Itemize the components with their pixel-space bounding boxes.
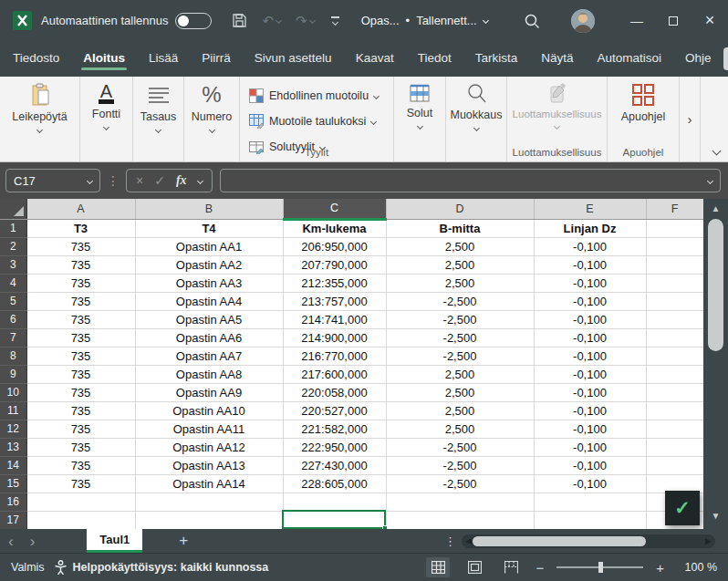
cell-B16[interactable] [135, 493, 283, 511]
normal-view-button[interactable] [426, 557, 450, 577]
cell-A13[interactable]: 735 [26, 438, 135, 456]
row-header-3[interactable]: 3 [0, 255, 26, 274]
cell-D1[interactable]: B-mitta [386, 219, 534, 237]
cell-B11[interactable]: Opastin AA10 [135, 401, 283, 420]
cell-C16[interactable] [283, 493, 386, 511]
cell-C7[interactable]: 214:900,000 [283, 328, 386, 347]
sheet-tab-taul1[interactable]: Taul1 [87, 529, 142, 553]
row-header-1[interactable]: 1 [0, 219, 26, 237]
user-avatar[interactable] [571, 9, 595, 33]
cell-F4[interactable] [646, 274, 703, 292]
row-header-13[interactable]: 13 [0, 438, 26, 456]
cell-C6[interactable]: 214:741,000 [283, 310, 386, 328]
fx-chevron-icon[interactable] [197, 177, 203, 183]
cell-A4[interactable]: 735 [26, 274, 135, 292]
cell-D5[interactable]: -2,500 [386, 292, 534, 310]
next-sheet-icon[interactable]: › [30, 534, 36, 549]
accessibility-status[interactable]: Helppokäyttöisyys: kaikki kunnossa [54, 560, 269, 575]
cell-A1[interactable]: T3 [26, 219, 135, 237]
tab-lisaa[interactable]: Lisää [149, 43, 178, 75]
cell-D13[interactable]: -2,500 [386, 438, 534, 456]
cell-E1[interactable]: Linjan Dz [534, 219, 646, 237]
cell-B5[interactable]: Opastin AA4 [135, 292, 283, 310]
cell-B15[interactable]: Opastin AA14 [135, 474, 283, 493]
cell-D14[interactable]: -2,500 [386, 456, 534, 474]
cell-D4[interactable]: 2,500 [386, 274, 534, 292]
add-sheet-button[interactable]: + [179, 532, 188, 550]
scroll-left-icon[interactable]: ◀ [465, 535, 472, 547]
cell-B14[interactable]: Opastin AA13 [135, 456, 283, 474]
cell-E15[interactable]: -0,100 [534, 474, 646, 493]
scroll-down-icon[interactable]: ▼ [703, 511, 728, 521]
cell-B6[interactable]: Opastin AA5 [135, 310, 283, 328]
tab-automatisoi[interactable]: Automatisoi [598, 43, 662, 75]
cell-C14[interactable]: 227:430,000 [283, 456, 386, 474]
column-header-C[interactable]: C [283, 199, 386, 219]
zoom-slider-handle[interactable] [598, 562, 603, 573]
cell-B13[interactable]: Opastin AA12 [135, 438, 283, 456]
cell-B3[interactable]: Opastin AA2 [135, 255, 283, 274]
cell-A7[interactable]: 735 [26, 328, 135, 347]
cell-C3[interactable]: 207:790,000 [283, 255, 386, 274]
cell-C9[interactable]: 217:600,000 [283, 365, 386, 383]
cell-C10[interactable]: 220:058,000 [283, 383, 386, 401]
enter-button[interactable]: ✓ [154, 173, 165, 188]
cell-A15[interactable]: 735 [26, 474, 135, 493]
tab-tiedosto[interactable]: Tiedosto [13, 43, 59, 75]
cell-A11[interactable]: 735 [26, 401, 135, 420]
cell-B2[interactable]: Opastin AA1 [135, 237, 283, 255]
cancel-button[interactable]: × [136, 173, 143, 188]
ribbon-collapse-chevron[interactable] [712, 147, 722, 156]
row-header-4[interactable]: 4 [0, 274, 26, 292]
formula-bar-drag-handle[interactable]: ⋮ [107, 173, 120, 188]
cell-B12[interactable]: Opastin AA11 [135, 420, 283, 438]
cell-E12[interactable]: -0,100 [534, 420, 646, 438]
cell-F12[interactable] [646, 420, 703, 438]
selected-cell-outline[interactable] [282, 510, 386, 529]
cell-B1[interactable]: T4 [135, 219, 283, 237]
cell-F3[interactable] [646, 255, 703, 274]
cell-C11[interactable]: 220:527,000 [283, 401, 386, 420]
cell-E6[interactable]: -0,100 [534, 310, 646, 328]
cell-A12[interactable]: 735 [26, 420, 135, 438]
cell-C2[interactable]: 206:950,000 [283, 237, 386, 255]
row-header-2[interactable]: 2 [0, 237, 26, 255]
cell-D12[interactable]: 2,500 [386, 420, 534, 438]
insert-function-button[interactable]: fx [176, 173, 187, 188]
cell-A10[interactable]: 735 [26, 383, 135, 401]
cell-A17[interactable] [26, 511, 135, 529]
cell-D17[interactable] [386, 511, 534, 529]
cell-F11[interactable] [646, 401, 703, 420]
cell-F1[interactable] [646, 219, 703, 237]
cell-D3[interactable]: 2,500 [386, 255, 534, 274]
excel-app-icon[interactable] [13, 11, 32, 30]
cell-E5[interactable]: -0,100 [534, 292, 646, 310]
number-group-button[interactable]: % Numero [184, 77, 240, 161]
cell-C5[interactable]: 213:757,000 [283, 292, 386, 310]
row-header-7[interactable]: 7 [0, 328, 26, 347]
tab-tiedot[interactable]: Tiedot [418, 43, 452, 75]
cell-E10[interactable]: -0,100 [534, 383, 646, 401]
sensitivity-button[interactable]: Luottamuksellisuus [513, 109, 602, 119]
cell-D7[interactable]: -2,500 [386, 328, 534, 347]
save-icon[interactable] [232, 13, 247, 28]
search-icon[interactable] [524, 13, 540, 29]
scroll-right-icon[interactable]: ▶ [705, 535, 712, 547]
cell-C12[interactable]: 221:582,000 [283, 420, 386, 438]
cell-B4[interactable]: Opastin AA3 [135, 274, 283, 292]
formula-bar-expand-chevron[interactable] [707, 177, 713, 183]
cell-F8[interactable] [646, 347, 703, 365]
cell-B10[interactable]: Opastin AA9 [135, 383, 283, 401]
row-header-6[interactable]: 6 [0, 310, 26, 328]
formula-input[interactable] [220, 169, 721, 192]
cell-E7[interactable]: -0,100 [534, 328, 646, 347]
cell-C1[interactable]: Km-lukema [283, 219, 386, 237]
column-header-A[interactable]: A [26, 199, 135, 219]
ribbon-overflow-arrow[interactable]: › [679, 77, 701, 161]
maximize-button[interactable] [655, 0, 692, 41]
row-header-17[interactable]: 17 [0, 511, 26, 529]
zoom-in-button[interactable]: + [656, 560, 664, 576]
tab-piirra[interactable]: Piirrä [202, 43, 231, 75]
cell-B8[interactable]: Opastin AA7 [135, 347, 283, 365]
row-header-10[interactable]: 10 [0, 383, 26, 401]
